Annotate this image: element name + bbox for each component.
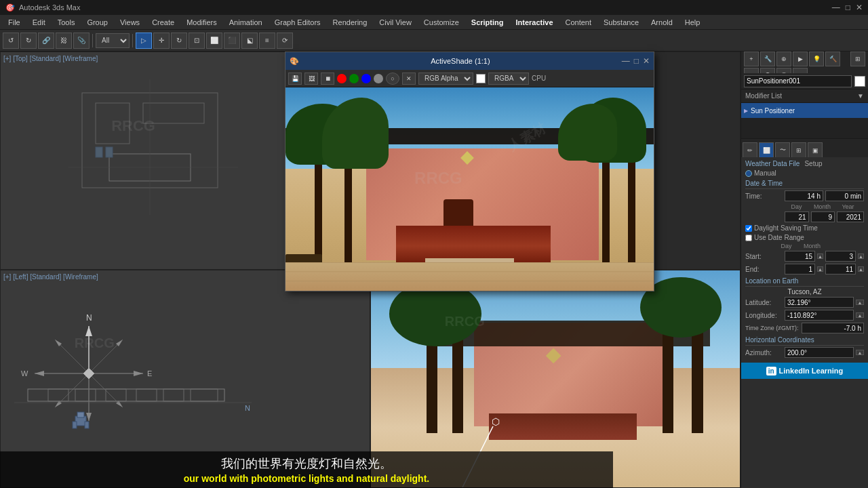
year-input[interactable] bbox=[837, 211, 864, 222]
modifier-item-sun-positioner[interactable]: ▶ Sun Positioner bbox=[741, 103, 868, 118]
modifier-list-dropdown-arrow[interactable]: ▼ bbox=[857, 92, 864, 100]
link-button[interactable]: 🔗 bbox=[38, 33, 54, 49]
longitude-spinner[interactable]: ▲ bbox=[856, 312, 864, 318]
motion-tab-btn[interactable]: ▶ bbox=[793, 52, 808, 66]
activeshade-titlebar[interactable]: 🎨 ActiveShade (1:1) — □ ✕ bbox=[285, 52, 654, 70]
modify-tab-btn[interactable]: 🔧 bbox=[760, 52, 775, 66]
activeshade-max-btn[interactable]: □ bbox=[634, 56, 639, 66]
menu-tools[interactable]: Tools bbox=[52, 17, 81, 28]
output-dropdown[interactable]: RGBA bbox=[488, 73, 529, 85]
move-button[interactable]: ✛ bbox=[153, 33, 170, 49]
end-day-spinner-up[interactable]: ▲ bbox=[817, 266, 823, 272]
azimuth-spinner[interactable]: ▲ bbox=[856, 350, 864, 355]
select-region-type-button[interactable]: ⬛ bbox=[224, 33, 240, 49]
menu-modifiers[interactable]: Modifiers bbox=[181, 17, 222, 28]
menu-customize[interactable]: Customize bbox=[418, 17, 465, 28]
selection-filter-dropdown[interactable]: All bbox=[96, 33, 130, 48]
menu-create[interactable]: Create bbox=[146, 17, 180, 28]
menu-content[interactable]: Content bbox=[560, 17, 597, 28]
select-button[interactable]: ▷ bbox=[136, 33, 152, 49]
time-m-input[interactable] bbox=[825, 190, 864, 201]
longitude-input[interactable] bbox=[785, 310, 854, 321]
manual-radio[interactable] bbox=[745, 170, 752, 177]
align-button[interactable]: ≡ bbox=[259, 33, 275, 49]
linkedin-learning-badge[interactable]: in LinkedIn Learning bbox=[741, 363, 868, 379]
start-day-spinner-up[interactable]: ▲ bbox=[817, 253, 823, 259]
menu-animation[interactable]: Animation bbox=[224, 17, 268, 28]
object-name-input[interactable] bbox=[744, 75, 852, 87]
props-tab-display[interactable]: ▣ bbox=[808, 142, 823, 157]
as-color-g[interactable] bbox=[349, 74, 359, 83]
menu-civil-view[interactable]: Civil View bbox=[374, 17, 416, 28]
props-tab-grid[interactable]: ⊞ bbox=[791, 142, 806, 157]
unlink-button[interactable]: ⛓ bbox=[56, 33, 72, 49]
panel-btn-1[interactable]: ⊞ bbox=[850, 52, 865, 66]
props-tab-curve[interactable]: 〜 bbox=[775, 142, 790, 157]
as-channels-btn[interactable]: 🖼 bbox=[304, 73, 318, 85]
weather-data-row: Weather Data File Setup bbox=[745, 160, 864, 167]
as-white-swatch[interactable] bbox=[476, 74, 486, 83]
activeshade-min-btn[interactable]: — bbox=[622, 56, 630, 66]
undo-button[interactable]: ↺ bbox=[3, 33, 19, 49]
as-color-r[interactable] bbox=[337, 74, 347, 83]
maximize-button[interactable]: □ bbox=[846, 3, 850, 12]
menu-views[interactable]: Views bbox=[115, 17, 145, 28]
setup-label[interactable]: Setup bbox=[804, 160, 822, 167]
start-month-input[interactable] bbox=[825, 251, 856, 262]
titlebar-right[interactable]: — □ ✕ bbox=[832, 3, 863, 12]
as-circle-btn[interactable]: ○ bbox=[386, 73, 399, 85]
as-x-btn[interactable]: ✕ bbox=[402, 73, 416, 85]
modifier-expand-icon: ▶ bbox=[744, 108, 748, 114]
utilities-tab-btn[interactable]: 🔨 bbox=[825, 52, 840, 66]
menu-interactive[interactable]: Interactive bbox=[510, 17, 558, 28]
mirror-button[interactable]: ⬕ bbox=[241, 33, 258, 49]
menu-graph-editors[interactable]: Graph Editors bbox=[269, 17, 326, 28]
rotate-button[interactable]: ↻ bbox=[171, 33, 187, 49]
props-tab-pencil[interactable]: ✏ bbox=[743, 142, 757, 157]
pool bbox=[489, 413, 637, 439]
as-color-gray[interactable] bbox=[374, 74, 383, 83]
timezone-input[interactable] bbox=[802, 323, 864, 333]
activeshade-close-btn[interactable]: ✕ bbox=[643, 56, 650, 66]
hierarchy-tab-btn[interactable]: ⊕ bbox=[776, 52, 791, 66]
menu-file[interactable]: File bbox=[3, 17, 26, 28]
start-month-spinner-up[interactable]: ▲ bbox=[858, 253, 864, 259]
menu-arnold[interactable]: Arnold bbox=[646, 17, 678, 28]
select-region-button[interactable]: ⬜ bbox=[206, 33, 222, 49]
create-tab-btn[interactable]: + bbox=[744, 52, 759, 66]
menu-substance[interactable]: Substance bbox=[598, 17, 644, 28]
display-tab-btn[interactable]: 💡 bbox=[809, 52, 824, 66]
month-input[interactable] bbox=[811, 211, 835, 222]
location-header: Location on Earth bbox=[745, 277, 864, 287]
start-day-input[interactable] bbox=[785, 251, 815, 262]
end-month-spinner-up[interactable]: ▲ bbox=[858, 266, 864, 272]
menu-help[interactable]: Help bbox=[679, 17, 706, 28]
azimuth-input[interactable] bbox=[785, 347, 854, 358]
renderer-label: CPU bbox=[532, 75, 546, 82]
close-button[interactable]: ✕ bbox=[856, 3, 863, 12]
day-input[interactable] bbox=[785, 211, 809, 222]
object-color-swatch[interactable] bbox=[854, 76, 865, 87]
time-h-input[interactable] bbox=[785, 190, 823, 201]
menu-rendering[interactable]: Rendering bbox=[328, 17, 373, 28]
refresh-button[interactable]: ⟳ bbox=[277, 33, 293, 49]
end-month-input[interactable] bbox=[825, 264, 856, 274]
end-day-input[interactable] bbox=[785, 264, 815, 274]
bind-button[interactable]: 📎 bbox=[73, 33, 90, 49]
menu-scripting[interactable]: Scripting bbox=[466, 17, 509, 28]
menu-group[interactable]: Group bbox=[81, 17, 113, 28]
channel-dropdown[interactable]: RGB Alpha bbox=[418, 73, 473, 85]
use-date-range-check[interactable] bbox=[745, 235, 752, 241]
as-stop-btn[interactable]: ⏹ bbox=[321, 73, 334, 85]
activeshade-title-controls[interactable]: — □ ✕ bbox=[622, 56, 650, 66]
as-save-btn[interactable]: 💾 bbox=[288, 73, 302, 85]
minimize-button[interactable]: — bbox=[832, 3, 840, 12]
daylight-saving-check[interactable] bbox=[745, 225, 752, 232]
latitude-input[interactable] bbox=[785, 297, 854, 308]
scale-button[interactable]: ⊡ bbox=[189, 33, 205, 49]
redo-button[interactable]: ↻ bbox=[20, 33, 37, 49]
menu-edit[interactable]: Edit bbox=[27, 17, 51, 28]
props-tab-box[interactable]: ⬜ bbox=[759, 142, 774, 157]
latitude-spinner[interactable]: ▲ bbox=[856, 300, 864, 305]
as-color-b[interactable] bbox=[361, 74, 371, 83]
